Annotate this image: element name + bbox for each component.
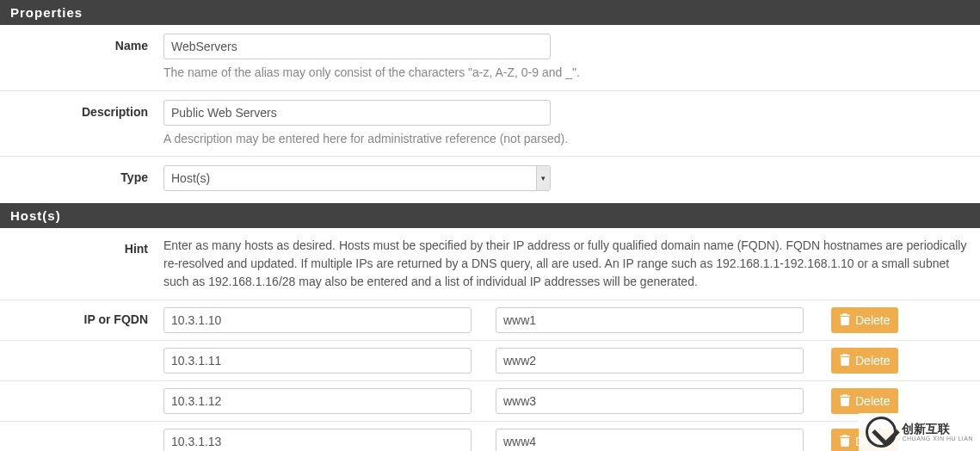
properties-header: Properties	[0, 0, 980, 25]
delete-button[interactable]: Delete	[831, 307, 898, 333]
ip-fqdn-input[interactable]	[163, 429, 472, 451]
host-desc-input[interactable]	[496, 429, 804, 451]
watermark-text: 创新互联	[902, 423, 973, 436]
description-row: Description A description may be entered…	[0, 91, 980, 158]
ip-fqdn-input[interactable]	[163, 307, 472, 333]
ip-or-fqdn-label	[0, 388, 163, 393]
delete-button[interactable]: Delete	[831, 348, 898, 374]
watermark-sub: CHUANG XIN HU LIAN	[902, 436, 973, 442]
host-entry-row: Delete	[0, 422, 980, 451]
description-help: A description may be entered here for ad…	[163, 131, 970, 148]
host-entry-row: Delete	[0, 381, 980, 422]
name-row: Name The name of the alias may only cons…	[0, 25, 980, 91]
chevron-down-icon[interactable]: ▾	[536, 166, 550, 190]
ip-or-fqdn-label: IP or FQDN	[0, 307, 163, 326]
delete-label: Delete	[855, 354, 890, 368]
name-help: The name of the alias may only consist o…	[163, 65, 970, 82]
delete-label: Delete	[855, 394, 890, 408]
delete-button[interactable]: Delete	[831, 388, 898, 414]
trash-icon	[840, 313, 850, 328]
host-desc-input[interactable]	[496, 388, 804, 414]
hint-label: Hint	[0, 237, 163, 256]
description-label: Description	[0, 100, 163, 119]
ip-fqdn-input[interactable]	[163, 348, 472, 374]
watermark-logo-icon	[866, 417, 897, 448]
host-desc-input[interactable]	[496, 348, 804, 374]
host-entry-row: Delete	[0, 341, 980, 381]
trash-icon	[840, 354, 850, 368]
ip-or-fqdn-label	[0, 348, 163, 353]
type-row: Type ▾	[0, 157, 980, 203]
description-input[interactable]	[163, 100, 551, 126]
type-label: Type	[0, 165, 163, 184]
trash-icon	[840, 435, 850, 449]
hosts-header: Host(s)	[0, 203, 980, 228]
host-entry-row: IP or FQDNDelete	[0, 300, 980, 341]
ip-fqdn-input[interactable]	[163, 388, 472, 414]
hint-row: Hint Enter as many hosts as desired. Hos…	[0, 228, 980, 300]
delete-label: Delete	[855, 313, 890, 327]
host-desc-input[interactable]	[496, 307, 804, 333]
name-input[interactable]	[163, 34, 551, 59]
hint-text: Enter as many hosts as desired. Hosts mu…	[163, 237, 970, 291]
watermark: 创新互联 CHUANG XIN HU LIAN	[859, 413, 980, 451]
type-select[interactable]	[163, 165, 551, 191]
ip-or-fqdn-label	[0, 429, 163, 434]
trash-icon	[840, 394, 850, 409]
name-label: Name	[0, 34, 163, 53]
